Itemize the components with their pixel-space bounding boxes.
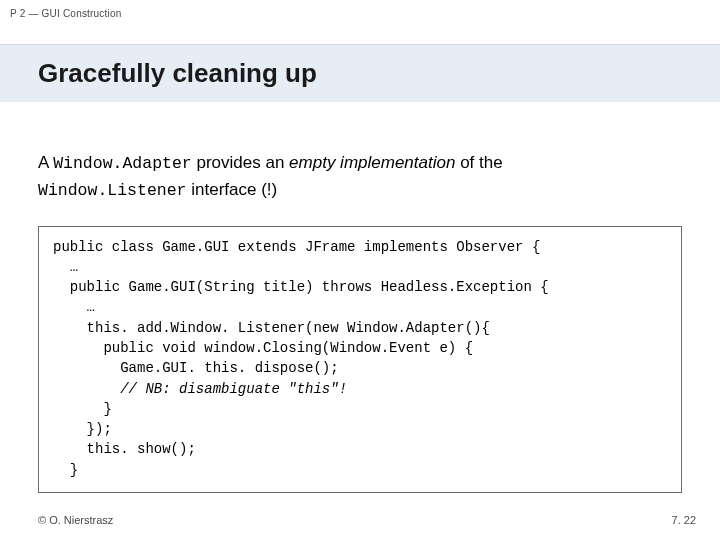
code-block: public class Game.GUI extends JFrame imp… [53, 237, 667, 481]
title-band: Gracefully cleaning up [0, 44, 720, 102]
lead-paragraph: A Window.Adapter provides an empty imple… [38, 150, 682, 204]
code-line: public class Game.GUI extends JFrame imp… [53, 239, 540, 255]
code-line: } [53, 462, 78, 478]
code-line: … [53, 259, 78, 275]
code-line: … [53, 299, 95, 315]
footer-copyright: © O. Nierstrasz [38, 514, 113, 526]
code-line: public Game.GUI(String title) throws Hea… [53, 279, 549, 295]
lead-text: A [38, 153, 53, 172]
lead-code-2: Window.Listener [38, 181, 187, 200]
code-line: }); [53, 421, 112, 437]
content: A Window.Adapter provides an empty imple… [38, 150, 682, 493]
lead-text: provides an [192, 153, 289, 172]
lead-text: interface (!) [187, 180, 278, 199]
footer-page-number: 7. 22 [672, 514, 696, 526]
lead-code-1: Window.Adapter [53, 154, 192, 173]
code-line: this. add.Window. Listener(new Window.Ad… [53, 320, 490, 336]
code-box: public class Game.GUI extends JFrame imp… [38, 226, 682, 494]
lead-text: of the [455, 153, 502, 172]
code-line: Game.GUI. this. dispose(); [53, 360, 339, 376]
code-line [53, 381, 120, 397]
breadcrumb: P 2 — GUI Construction [10, 8, 121, 19]
code-line: } [53, 401, 112, 417]
code-comment: // NB: disambiguate "this"! [120, 381, 347, 397]
lead-emphasis: empty implementation [289, 153, 455, 172]
code-line: public void window.Closing(Window.Event … [53, 340, 473, 356]
page-title: Gracefully cleaning up [38, 58, 317, 89]
code-line: this. show(); [53, 441, 196, 457]
slide: P 2 — GUI Construction Gracefully cleani… [0, 0, 720, 540]
